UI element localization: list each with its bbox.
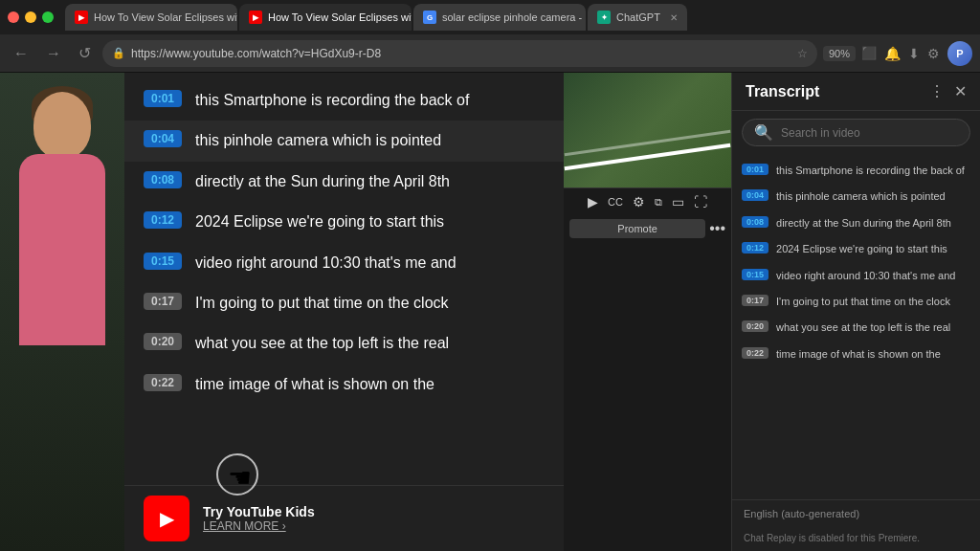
captions-button[interactable]: CC bbox=[608, 196, 623, 208]
content-wrapper: 0:01 this Smartphone is recording the ba… bbox=[0, 73, 980, 551]
tab-1-label: How To View Solar Eclipses wit... bbox=[94, 11, 237, 23]
video-panel: ▶ CC ⚙ ⧉ ▭ ⛶ Promote ••• bbox=[564, 73, 731, 551]
person-figure bbox=[0, 73, 124, 551]
time-1[interactable]: 0:04 bbox=[144, 130, 182, 147]
toolbar-right-icons: ⬛ 🔔 ⬇ ⚙ P bbox=[861, 41, 972, 66]
text-0: this Smartphone is recording the back of bbox=[195, 90, 469, 111]
transcript-row-1[interactable]: 0:04 this pinhole camera which is pointe… bbox=[124, 121, 564, 161]
text-3: 2024 Eclipse we're going to start this bbox=[195, 211, 444, 232]
tab-2[interactable]: ▶ How To View Solar Eclipses with a P...… bbox=[239, 4, 412, 31]
sidebar-time-1[interactable]: 0:04 bbox=[742, 189, 768, 201]
three-dots-icon[interactable]: ⋮ bbox=[929, 82, 945, 100]
more-options-button[interactable]: ••• bbox=[709, 220, 725, 237]
sidebar-item-6[interactable]: 0:20 what you see at the top left is the… bbox=[732, 315, 980, 341]
transcript-row-7[interactable]: 0:22 time image of what is shown on the bbox=[124, 364, 564, 405]
sidebar-item-5[interactable]: 0:17 I'm going to put that time on the c… bbox=[732, 289, 980, 315]
sidebar-item-1[interactable]: 0:04 this pinhole camera which is pointe… bbox=[732, 184, 980, 209]
time-0[interactable]: 0:01 bbox=[144, 90, 182, 107]
time-7[interactable]: 0:22 bbox=[144, 374, 182, 391]
sidebar-text-7: time image of what is shown on the bbox=[776, 347, 941, 362]
time-3[interactable]: 0:12 bbox=[144, 211, 182, 229]
sidebar-time-6[interactable]: 0:20 bbox=[742, 320, 768, 332]
profile-avatar[interactable]: P bbox=[947, 41, 972, 66]
time-5[interactable]: 0:17 bbox=[144, 293, 182, 310]
time-4[interactable]: 0:15 bbox=[144, 253, 182, 270]
transcript-row-6[interactable]: 0:20 what you see at the top left is the… bbox=[124, 323, 564, 364]
promo-bar: ▶ Try YouTube Kids LEARN MORE › bbox=[124, 485, 564, 551]
sidebar-text-0: this Smartphone is recording the back of bbox=[776, 164, 965, 178]
sidebar-text-5: I'm going to put that time on the clock bbox=[776, 295, 950, 309]
back-button[interactable]: ← bbox=[8, 41, 34, 66]
tab-1[interactable]: ▶ How To View Solar Eclipses wit... ✕ bbox=[65, 4, 237, 31]
person-head bbox=[33, 92, 91, 159]
tab-3[interactable]: G solar eclipse pinhole camera - ✕ bbox=[413, 4, 586, 31]
sidebar-time-0[interactable]: 0:01 bbox=[742, 164, 768, 175]
pip-button[interactable]: ⧉ bbox=[655, 196, 662, 209]
star-icon[interactable]: ☆ bbox=[797, 47, 808, 60]
transcript-row-5[interactable]: 0:17 I'm going to put that time on the c… bbox=[124, 283, 564, 323]
search-input[interactable] bbox=[781, 126, 958, 140]
forward-button[interactable]: → bbox=[40, 41, 67, 66]
close-transcript-icon[interactable]: ✕ bbox=[954, 82, 967, 100]
sidebar-time-2[interactable]: 0:08 bbox=[742, 216, 768, 228]
sidebar-item-7[interactable]: 0:22 time image of what is shown on the bbox=[732, 342, 980, 367]
sidebar-chat-note: Chat Replay is disabled for this Premier… bbox=[732, 527, 980, 551]
tab-4-favicon: ✦ bbox=[597, 11, 611, 24]
text-2: directly at the Sun during the April 8th bbox=[195, 171, 450, 192]
time-6[interactable]: 0:20 bbox=[144, 333, 182, 350]
download-icon[interactable]: ⬇ bbox=[908, 46, 920, 61]
sidebar-items-list[interactable]: 0:01 this Smartphone is recording the ba… bbox=[732, 154, 980, 499]
theater-button[interactable]: ▭ bbox=[672, 194, 684, 209]
road-line-1 bbox=[565, 143, 731, 170]
tab-2-favicon: ▶ bbox=[249, 11, 262, 24]
sidebar-item-2[interactable]: 0:08 directly at the Sun during the Apri… bbox=[732, 210, 980, 236]
tab-4-close[interactable]: ✕ bbox=[670, 12, 678, 23]
address-bar[interactable]: 🔒 https://www.youtube.com/watch?v=HGdXu9… bbox=[102, 40, 817, 67]
tab-3-favicon: G bbox=[423, 11, 436, 24]
video-bottom-controls: Promote ••• bbox=[564, 215, 731, 242]
sidebar-item-3[interactable]: 0:12 2024 Eclipse we're going to start t… bbox=[732, 236, 980, 262]
bell-icon[interactable]: 🔔 bbox=[884, 46, 901, 61]
zoom-level: 90% bbox=[823, 46, 856, 61]
sidebar-header-icons: ⋮ ✕ bbox=[929, 82, 967, 100]
transcript-row-3[interactable]: 0:12 2024 Eclipse we're going to start t… bbox=[124, 202, 564, 242]
maximize-button[interactable] bbox=[42, 11, 54, 23]
promo-text: Try YouTube Kids LEARN MORE › bbox=[203, 504, 315, 533]
play-button[interactable]: ▶ bbox=[588, 194, 598, 209]
transcript-list[interactable]: 0:01 this Smartphone is recording the ba… bbox=[124, 73, 564, 485]
settings-icon[interactable]: ⚙ bbox=[927, 46, 940, 61]
promo-link[interactable]: LEARN MORE › bbox=[203, 519, 315, 533]
sidebar-text-6: what you see at the top left is the real bbox=[776, 320, 950, 335]
person-background bbox=[0, 73, 124, 551]
sidebar-text-4: video right around 10:30 that's me and bbox=[776, 269, 955, 283]
transcript-row-0[interactable]: 0:01 this Smartphone is recording the ba… bbox=[124, 80, 564, 121]
sidebar-time-4[interactable]: 0:15 bbox=[742, 269, 768, 280]
sidebar-title: Transcript bbox=[746, 83, 819, 100]
promote-button[interactable]: Promote bbox=[569, 219, 705, 238]
fullscreen-button[interactable]: ⛶ bbox=[694, 194, 707, 209]
sidebar-text-1: this pinhole camera which is pointed bbox=[776, 189, 946, 204]
text-5: I'm going to put that time on the clock bbox=[195, 293, 449, 314]
sidebar-time-7[interactable]: 0:22 bbox=[742, 347, 768, 359]
transcript-row-2[interactable]: 0:08 directly at the Sun during the Apri… bbox=[124, 162, 564, 202]
window-controls bbox=[8, 11, 54, 23]
sidebar-item-0[interactable]: 0:01 this Smartphone is recording the ba… bbox=[732, 158, 980, 184]
minimize-button[interactable] bbox=[25, 11, 36, 23]
search-icon: 🔍 bbox=[754, 123, 773, 142]
text-6: what you see at the top left is the real bbox=[195, 333, 449, 354]
toolbar: ← → ↺ 🔒 https://www.youtube.com/watch?v=… bbox=[0, 34, 980, 73]
screen-record-icon[interactable]: ⬛ bbox=[861, 46, 877, 60]
settings-video-button[interactable]: ⚙ bbox=[633, 194, 645, 209]
browser-window: ▶ How To View Solar Eclipses wit... ✕ ▶ … bbox=[0, 0, 980, 551]
sidebar-time-5[interactable]: 0:17 bbox=[742, 295, 768, 306]
sidebar-search-bar[interactable]: 🔍 bbox=[742, 119, 970, 146]
tab-4[interactable]: ✦ ChatGPT ✕ bbox=[588, 4, 687, 31]
time-2[interactable]: 0:08 bbox=[144, 171, 182, 188]
sidebar-header: Transcript ⋮ ✕ bbox=[732, 73, 980, 111]
close-button[interactable] bbox=[8, 11, 19, 23]
sidebar-item-4[interactable]: 0:15 video right around 10:30 that's me … bbox=[732, 263, 980, 289]
reload-button[interactable]: ↺ bbox=[73, 40, 97, 66]
tab-3-label: solar eclipse pinhole camera - bbox=[442, 11, 582, 23]
sidebar-time-3[interactable]: 0:12 bbox=[742, 242, 768, 253]
transcript-row-4[interactable]: 0:15 video right around 10:30 that's me … bbox=[124, 243, 564, 283]
